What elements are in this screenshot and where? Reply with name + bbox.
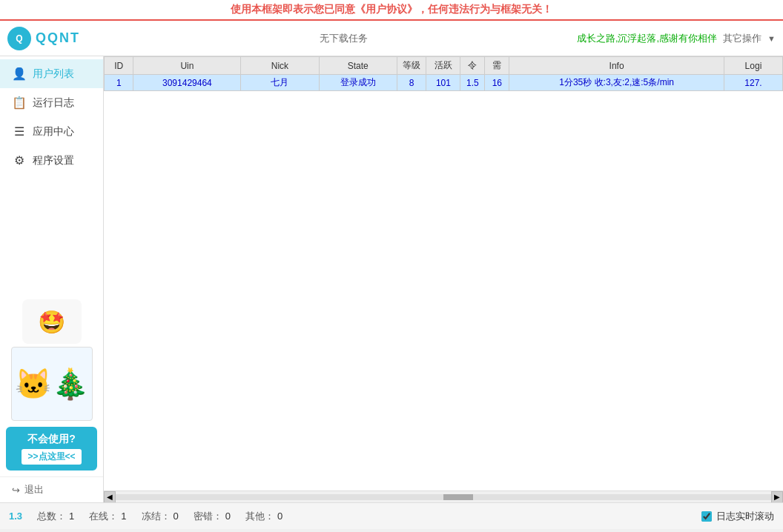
error-status: 密错： 0 — [194, 510, 231, 523]
main-layout: 👤 用户列表 📋 运行日志 ☰ 应用中心 ⚙ 程序设置 🤩 🐱🎄 不会使用? >… — [0, 56, 783, 502]
scroll-right-button[interactable]: ▶ — [771, 491, 783, 503]
col-header-nick: Nick — [241, 57, 319, 75]
sidebar-item-run-log[interactable]: 📋 运行日志 — [0, 88, 103, 117]
scroll-track[interactable] — [116, 494, 771, 500]
cell-need: 16 — [485, 75, 509, 91]
help-button[interactable]: >>点这里<< — [22, 449, 81, 465]
cell-nick: 七月 — [241, 75, 319, 91]
help-title: 不会使用? — [12, 433, 91, 446]
header-arrow-icon: ▼ — [767, 34, 776, 43]
sidebar-item-settings[interactable]: ⚙ 程序设置 — [0, 146, 103, 175]
log-scroll-checkbox[interactable] — [701, 511, 712, 522]
logo-text: QQNT — [36, 30, 80, 46]
table-header-row: ID Uin Nick State 等级 活跃 令 需 Info Logi — [105, 57, 783, 75]
content-area: ID Uin Nick State 等级 活跃 令 需 Info Logi 1 … — [104, 56, 783, 502]
content-empty-space — [104, 91, 783, 491]
logout-label: 退出 — [24, 483, 44, 496]
cell-level: 8 — [397, 75, 426, 91]
table-row[interactable]: 1 3091429464 七月 登录成功 8 101 1.5 16 1分35秒 … — [105, 75, 783, 91]
sidebar-label-run-log: 运行日志 — [33, 96, 74, 110]
cell-info: 1分35秒 收:3,友:2,速:5条/min — [509, 75, 724, 91]
total-value: 1 — [69, 511, 74, 522]
logout-icon: ↪ — [12, 485, 20, 496]
sidebar: 👤 用户列表 📋 运行日志 ☰ 应用中心 ⚙ 程序设置 🤩 🐱🎄 不会使用? >… — [0, 56, 104, 502]
sidebar-images: 🤩 🐱🎄 — [0, 299, 103, 421]
other-status: 其他： 0 — [245, 510, 283, 523]
sidebar-label-app-center: 应用中心 — [33, 125, 74, 139]
log-scroll-area: 日志实时滚动 — [701, 510, 774, 523]
online-label: 在线： — [89, 510, 118, 523]
cell-login: 127. — [724, 75, 782, 91]
total-label: 总数： — [37, 510, 66, 523]
online-value: 1 — [121, 511, 126, 522]
logout-item[interactable]: ↪ 退出 — [0, 476, 103, 502]
sidebar-item-app-center[interactable]: ☰ 应用中心 — [0, 117, 103, 146]
horizontal-scrollbar[interactable]: ◀ ▶ — [104, 491, 783, 502]
scroll-thumb[interactable] — [443, 494, 473, 500]
sticker-image: 🤩 — [22, 299, 82, 344]
logo-icon: Q — [7, 27, 31, 50]
table-body: 1 3091429464 七月 登录成功 8 101 1.5 16 1分35秒 … — [105, 75, 783, 91]
error-label: 密错： — [194, 510, 222, 523]
help-banner[interactable]: 不会使用? >>点这里<< — [6, 427, 97, 471]
log-icon: 📋 — [12, 96, 27, 110]
col-header-need: 需 — [485, 57, 509, 75]
frozen-value: 0 — [174, 511, 179, 522]
version-badge: 1.3 — [9, 511, 22, 522]
cell-state: 登录成功 — [319, 75, 397, 91]
header-center-text: 无下载任务 — [111, 32, 577, 45]
scroll-left-button[interactable]: ◀ — [104, 491, 116, 503]
settings-icon: ⚙ — [12, 153, 27, 167]
cell-uin: 3091429464 — [133, 75, 241, 91]
logo-area: Q QQNT — [7, 27, 111, 50]
online-status: 在线： 1 — [89, 510, 126, 523]
col-header-login: Logi — [724, 57, 782, 75]
app-icon: ☰ — [12, 124, 27, 139]
other-label: 其他： — [245, 510, 274, 523]
sidebar-label-settings: 程序设置 — [33, 154, 74, 167]
cell-active: 101 — [426, 75, 460, 91]
user-table: ID Uin Nick State 等级 活跃 令 需 Info Logi 1 … — [104, 56, 783, 91]
sidebar-label-user-list: 用户列表 — [33, 67, 74, 81]
col-header-info: Info — [509, 57, 724, 75]
top-banner: 使用本框架即表示您已同意《用户协议》，任何违法行为与框架无关！ — [0, 0, 783, 21]
cell-cmd: 1.5 — [460, 75, 485, 91]
header-slogan: 成长之路,沉浮起落,感谢有你相伴 — [577, 32, 717, 45]
col-header-active: 活跃 — [426, 57, 460, 75]
total-status: 总数： 1 — [37, 510, 74, 523]
col-header-uin: Uin — [133, 57, 241, 75]
user-icon: 👤 — [12, 67, 27, 81]
sidebar-item-user-list[interactable]: 👤 用户列表 — [0, 59, 103, 88]
col-header-level: 等级 — [397, 57, 426, 75]
status-bar: 1.3 总数： 1 在线： 1 冻结： 0 密错： 0 其他： 0 日志实时滚动 — [0, 502, 783, 529]
cat-image: 🐱🎄 — [11, 347, 93, 421]
header: Q QQNT 无下载任务 成长之路,沉浮起落,感谢有你相伴 其它操作 ▼ — [0, 21, 783, 56]
col-header-state: State — [319, 57, 397, 75]
other-value: 0 — [277, 511, 283, 522]
cell-id: 1 — [105, 75, 133, 91]
frozen-status: 冻结： 0 — [142, 510, 179, 523]
header-other-button[interactable]: 其它操作 — [723, 32, 761, 45]
log-scroll-label: 日志实时滚动 — [716, 510, 774, 523]
frozen-label: 冻结： — [142, 510, 171, 523]
error-value: 0 — [225, 511, 231, 522]
col-header-id: ID — [105, 57, 133, 75]
col-header-cmd: 令 — [460, 57, 485, 75]
header-right: 成长之路,沉浮起落,感谢有你相伴 其它操作 ▼ — [577, 32, 776, 45]
